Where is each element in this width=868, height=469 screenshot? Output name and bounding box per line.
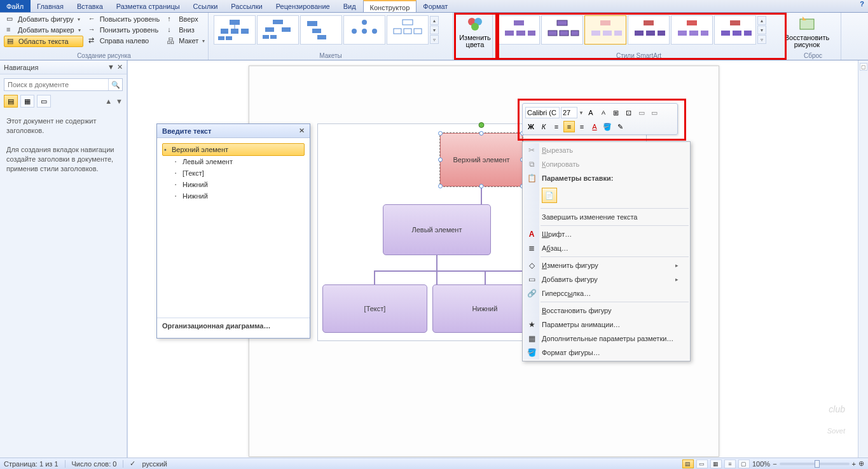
bold-button[interactable]: Ж bbox=[525, 121, 537, 132]
add-shape-button[interactable]: ▭Добавить фигуру bbox=[4, 14, 83, 24]
status-language[interactable]: русский bbox=[142, 460, 167, 468]
zoom-fit-icon[interactable]: ⊕ bbox=[858, 459, 864, 468]
style-thumb-1[interactable] bbox=[498, 15, 540, 45]
text-pane-item-3[interactable]: Нижний bbox=[162, 179, 305, 190]
layout-thumb-2[interactable] bbox=[257, 15, 299, 45]
nav-prev-icon[interactable]: ▲ bbox=[105, 97, 112, 108]
tab-review[interactable]: Рецензирование bbox=[270, 0, 337, 12]
nav-search-input[interactable] bbox=[4, 79, 108, 90]
ctx-restore-shape[interactable]: Восстановить фигуру bbox=[523, 304, 690, 318]
text-pane-item-0[interactable]: Верхний элемент bbox=[162, 143, 305, 156]
rtl-button[interactable]: ⇄Справа налево bbox=[86, 36, 163, 46]
ctx-change-shape[interactable]: ◇Изменить фигуру▸ bbox=[523, 258, 690, 272]
nav-close-icon[interactable]: ✕ bbox=[117, 63, 123, 71]
zoom-level[interactable]: 100% bbox=[752, 460, 770, 468]
ctx-format-shape[interactable]: 🪣Формат фигуры… bbox=[523, 346, 690, 360]
style-thumb-6[interactable] bbox=[714, 15, 756, 45]
layout-button[interactable]: 品Макет bbox=[165, 36, 207, 46]
style-thumb-2[interactable] bbox=[541, 15, 583, 45]
paste-option-1[interactable]: 📄 bbox=[542, 188, 557, 203]
layout-thumb-3[interactable] bbox=[300, 15, 342, 45]
text-pane-item-4[interactable]: Нижний bbox=[162, 190, 305, 202]
ctx-hyperlink[interactable]: 🔗Гиперссылка… bbox=[523, 286, 690, 300]
smartart-node-b1[interactable]: [Текст] bbox=[322, 284, 427, 333]
reset-graphic-button[interactable]: Восстановить рисунок bbox=[789, 14, 825, 50]
layout-thumb-1[interactable] bbox=[214, 15, 256, 45]
smartart-node-left[interactable]: Левый элемент bbox=[383, 204, 491, 255]
text-pane-close-icon[interactable]: ⨯ bbox=[299, 127, 305, 135]
tab-home[interactable]: Главная bbox=[31, 0, 71, 12]
mini-icon-2[interactable]: ⊡ bbox=[623, 107, 635, 118]
help-icon[interactable]: ? bbox=[856, 0, 868, 12]
nav-next-icon[interactable]: ▼ bbox=[116, 97, 123, 108]
mini-icon-4[interactable]: ▭ bbox=[649, 107, 660, 118]
fill-color-icon[interactable]: 🪣 bbox=[602, 121, 613, 132]
align-center-icon[interactable]: ≡ bbox=[563, 121, 575, 132]
layout-thumb-4[interactable] bbox=[343, 15, 385, 45]
mini-size-combo[interactable] bbox=[561, 107, 577, 118]
styles-gallery-more[interactable]: ▴▾▿ bbox=[757, 16, 766, 44]
ctx-layout-params[interactable]: ▦Дополнительные параметры разметки… bbox=[523, 332, 690, 346]
style-thumb-4[interactable] bbox=[628, 15, 670, 45]
status-page[interactable]: Страница: 1 из 1 bbox=[4, 460, 59, 468]
move-down-button[interactable]: ↓Вниз bbox=[165, 25, 207, 35]
zoom-out-icon[interactable]: − bbox=[773, 460, 776, 468]
tab-insert[interactable]: Вставка bbox=[71, 0, 110, 12]
layouts-gallery-more[interactable]: ▴▾▿ bbox=[430, 16, 439, 44]
align-left-icon[interactable]: ≡ bbox=[551, 121, 562, 132]
zoom-slider[interactable] bbox=[780, 463, 850, 465]
tab-references[interactable]: Ссылки bbox=[187, 0, 225, 12]
rotate-handle[interactable] bbox=[479, 122, 485, 128]
search-icon[interactable]: 🔍 bbox=[108, 79, 122, 90]
promote-button[interactable]: ←Повысить уровень bbox=[86, 14, 163, 24]
tab-design[interactable]: Конструктор bbox=[363, 0, 417, 12]
tab-mailings[interactable]: Рассылки bbox=[224, 0, 269, 12]
smartart-node-top[interactable]: Верхний элемент bbox=[440, 133, 523, 186]
add-bullet-button[interactable]: ≡Добавить маркер bbox=[4, 25, 83, 35]
nav-view-pages[interactable]: ▦ bbox=[20, 95, 34, 108]
ctx-cut[interactable]: ✂Вырезать bbox=[523, 143, 690, 157]
view-draft[interactable]: ▢ bbox=[738, 459, 750, 468]
ruler-toggle-icon[interactable]: ▢ bbox=[860, 63, 867, 71]
change-colors-button[interactable]: Изменить цвета bbox=[457, 14, 493, 50]
tab-view[interactable]: Вид bbox=[337, 0, 363, 12]
grow-font-icon[interactable]: A bbox=[585, 107, 596, 118]
text-pane-footer[interactable]: Организационная диаграмма… bbox=[157, 318, 310, 333]
ctx-copy[interactable]: ⧉Копировать bbox=[523, 157, 690, 171]
view-outline[interactable]: ≡ bbox=[724, 459, 736, 468]
view-full-screen[interactable]: ▭ bbox=[696, 459, 708, 468]
italic-button[interactable]: К bbox=[538, 121, 549, 132]
ctx-add-shape[interactable]: ▭Добавить фигуру▸ bbox=[523, 272, 690, 286]
align-right-icon[interactable]: ≡ bbox=[576, 121, 588, 132]
layout-thumb-5[interactable] bbox=[387, 15, 429, 45]
nav-view-results[interactable]: ▭ bbox=[37, 95, 51, 108]
text-pane-item-1[interactable]: Левый элемент bbox=[162, 156, 305, 167]
mini-font-combo[interactable] bbox=[525, 107, 560, 118]
tab-format[interactable]: Формат bbox=[417, 0, 455, 12]
ctx-animation[interactable]: ★Параметры анимации… bbox=[523, 318, 690, 332]
text-pane-item-2[interactable]: [Текст] bbox=[162, 167, 305, 179]
status-words[interactable]: Число слов: 0 bbox=[72, 460, 117, 468]
tab-page-layout[interactable]: Разметка страницы bbox=[110, 0, 187, 12]
demote-button[interactable]: →Понизить уровень bbox=[86, 25, 163, 35]
font-color-icon[interactable]: A bbox=[589, 121, 600, 132]
view-web[interactable]: ▦ bbox=[710, 459, 722, 468]
outline-color-icon[interactable]: ✎ bbox=[614, 121, 626, 132]
ctx-end-text-edit[interactable]: Завершить изменение текста bbox=[523, 210, 690, 224]
mini-icon-1[interactable]: ⊞ bbox=[610, 107, 622, 118]
shrink-font-icon[interactable]: A bbox=[598, 107, 609, 118]
hyperlink-icon: 🔗 bbox=[527, 288, 537, 298]
mini-icon-3[interactable]: ▭ bbox=[636, 107, 647, 118]
ctx-font[interactable]: AШрифт… bbox=[523, 227, 690, 241]
text-area-button[interactable]: ▤Область текста bbox=[4, 36, 83, 47]
tab-file[interactable]: Файл bbox=[0, 0, 31, 12]
spellcheck-icon[interactable]: ✓ bbox=[130, 459, 135, 468]
style-thumb-3[interactable] bbox=[584, 15, 626, 45]
nav-dropdown-icon[interactable]: ▼ bbox=[107, 63, 114, 71]
view-print-layout[interactable]: ▤ bbox=[682, 459, 694, 468]
zoom-in-icon[interactable]: + bbox=[852, 460, 856, 468]
ctx-paragraph[interactable]: ≣Абзац… bbox=[523, 241, 690, 255]
nav-view-headings[interactable]: ▤ bbox=[4, 95, 18, 108]
move-up-button[interactable]: ↑Вверх bbox=[165, 14, 207, 24]
style-thumb-5[interactable] bbox=[671, 15, 713, 45]
